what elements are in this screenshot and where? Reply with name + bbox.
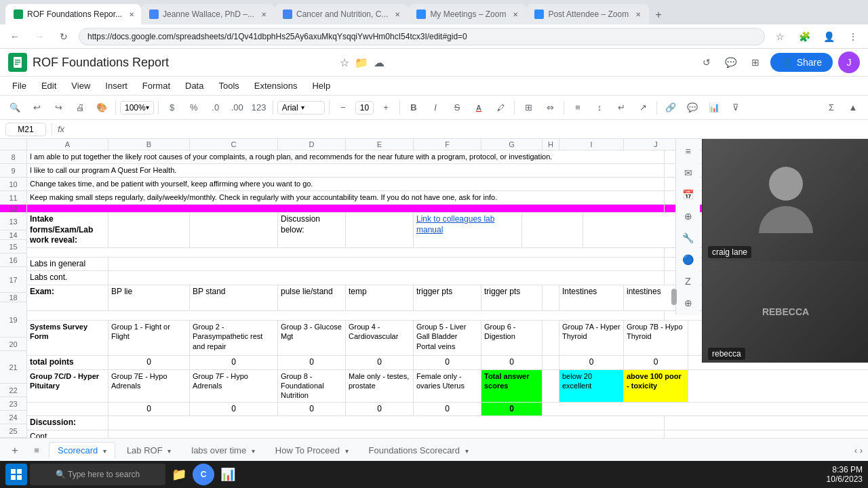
cell-F17[interactable]: trigger pts — [414, 285, 481, 310]
cell-G21[interactable]: Total answer scores — [481, 370, 542, 402]
taskbar-sheets-app[interactable]: 📊 — [217, 464, 239, 485]
cell-H17[interactable] — [542, 285, 559, 310]
col-header-D[interactable]: D — [278, 139, 346, 150]
col-header-C[interactable]: C — [190, 139, 278, 150]
cell-A21[interactable]: Group 7C/D - Hyper Pituitary — [27, 370, 108, 402]
tab-sheets[interactable]: ROF Foundations Repor... ✕ — [5, 4, 141, 24]
cell-A8[interactable]: I am able to put together the likely roo… — [27, 150, 665, 163]
cell-E20[interactable]: 0 — [346, 356, 414, 369]
start-button[interactable] — [5, 464, 27, 485]
decimal-dec-btn[interactable]: .0 — [206, 98, 225, 117]
cell-D13[interactable]: Discussion below: — [278, 213, 346, 247]
function-btn[interactable]: Σ — [822, 98, 841, 117]
cell-E13[interactable] — [346, 213, 414, 247]
strikethrough-btn[interactable]: S — [448, 98, 467, 117]
cell-C21[interactable]: Group 7F - Hypo Adrenals — [190, 370, 278, 402]
highlight-btn[interactable]: 🖍 — [491, 98, 510, 117]
cell-I17[interactable]: Intestines — [559, 285, 624, 310]
share-button[interactable]: 👤 Share — [770, 53, 833, 72]
scrollbar-indicator[interactable] — [671, 289, 677, 305]
cell-I21[interactable]: below 20 excellent — [559, 370, 624, 402]
cell-E19[interactable]: Group 4 - Cardiovascular — [346, 321, 414, 355]
cell-D21[interactable]: Group 8 - Foundational Nutrition — [278, 370, 346, 402]
row-num-10[interactable]: 10 — [0, 178, 26, 191]
format-number-btn[interactable]: 123 — [250, 98, 269, 117]
rotate-btn[interactable]: ↗ — [633, 98, 652, 117]
menu-insert[interactable]: Insert — [98, 78, 134, 94]
cell-D22[interactable]: 0 — [278, 403, 346, 416]
cell-J20[interactable]: 0 — [624, 356, 688, 369]
menu-edit[interactable]: Edit — [35, 78, 63, 94]
sheet-list-button[interactable]: ≡ — [27, 441, 46, 460]
side-icon-7[interactable]: Z — [679, 272, 698, 291]
cell-E17[interactable]: temp — [346, 285, 414, 310]
row-num-18[interactable]: 18 — [0, 293, 26, 302]
text-color-btn[interactable]: A — [469, 98, 488, 117]
cell-B15[interactable] — [108, 258, 665, 271]
cell-F19[interactable]: Group 5 - Liver Gall Bladder Portal vein… — [414, 321, 481, 355]
cell-E21[interactable]: Male only - testes, prostate — [346, 370, 414, 402]
extensions-button[interactable]: 🧩 — [795, 27, 814, 46]
cell-F20[interactable]: 0 — [414, 356, 481, 369]
sheet-tab-labsovertime[interactable]: labs over time ▾ — [182, 442, 264, 459]
redo-btn[interactable]: ↪ — [49, 98, 68, 117]
cell-B20[interactable]: 0 — [108, 356, 190, 369]
cell-F13[interactable]: Link to colleagues lab manual — [414, 213, 522, 247]
side-icon-1[interactable]: ≡ — [679, 142, 698, 161]
cell-A23[interactable]: Discussion: — [27, 416, 108, 430]
zoom-selector[interactable]: 100% ▾ — [120, 101, 154, 115]
menu-format[interactable]: Format — [136, 78, 177, 94]
sheet-scroll-left[interactable]: ‹ — [854, 446, 857, 455]
side-icon-5[interactable]: 🔧 — [679, 228, 698, 247]
side-icon-4[interactable]: ⊕ — [679, 207, 698, 226]
decimal-inc-btn[interactable]: .00 — [228, 98, 247, 117]
font-selector[interactable]: Arial ▾ — [277, 101, 325, 115]
cell-J19[interactable]: Group 7B - Hypo Thyroid — [624, 321, 688, 355]
tab-zoom1[interactable]: My Meetings – Zoom ✕ — [408, 4, 526, 24]
cell-B13[interactable] — [108, 213, 190, 247]
taskbar-file-manager[interactable]: 📁 — [168, 464, 190, 485]
cell-I19[interactable]: Group 7A - Hyper Thyroid — [559, 321, 624, 355]
cell-reference[interactable]: M21 — [5, 123, 46, 136]
row-num-19[interactable]: 19 — [0, 302, 26, 338]
menu-file[interactable]: File — [5, 78, 33, 94]
cell-J21[interactable]: above 100 poor - toxicity — [624, 370, 688, 402]
cell-B17[interactable]: BP lie — [108, 285, 190, 310]
tab-zoom2[interactable]: Post Attendee – Zoom ✕ — [526, 4, 649, 24]
folder-icon[interactable]: 📁 — [355, 56, 368, 69]
row-num-20[interactable]: 20 — [0, 338, 26, 351]
cell-A13[interactable]: Intake forms/Exam/Lab work reveal: — [27, 213, 108, 247]
sheet-tab-foundations[interactable]: Foundations Scorecard ▾ — [360, 442, 477, 459]
row-num-16[interactable]: 16 — [0, 253, 26, 267]
percent-btn[interactable]: % — [184, 98, 203, 117]
cell-B21[interactable]: Group 7E - Hypo Adrenals — [108, 370, 190, 402]
cell-E22[interactable]: 0 — [346, 403, 414, 416]
row-num-24[interactable]: 24 — [0, 411, 26, 424]
menu-data[interactable]: Data — [178, 78, 210, 94]
cell-B23[interactable] — [108, 416, 665, 430]
font-size-input[interactable]: 10 — [355, 101, 374, 115]
cell-G13[interactable] — [522, 213, 583, 247]
cell-B16[interactable] — [108, 271, 665, 285]
gridview-button[interactable]: ⊞ — [746, 53, 765, 72]
col-header-I[interactable]: I — [559, 139, 624, 150]
row-num-13[interactable]: 13 — [0, 213, 26, 230]
cell-H20[interactable] — [542, 356, 559, 369]
taskbar-search[interactable]: 🔍 Type here to search — [30, 464, 165, 485]
cell-C13[interactable] — [190, 213, 278, 247]
cell-A10[interactable]: Change takes time, and be patient with y… — [27, 178, 665, 190]
currency-btn[interactable]: $ — [163, 98, 182, 117]
col-header-B[interactable]: B — [108, 139, 190, 150]
cell-A9[interactable]: I like to call our program A Quest For H… — [27, 164, 665, 177]
cell-A11[interactable]: Keep making small steps regularly, daily… — [27, 191, 665, 204]
row-num-8[interactable]: 8 — [0, 150, 26, 164]
cell-G19[interactable]: Group 6 - Digestion — [481, 321, 542, 355]
user-avatar[interactable]: J — [838, 52, 860, 73]
wrap-btn[interactable]: ↵ — [612, 98, 631, 117]
reload-button[interactable]: ↻ — [54, 27, 73, 46]
menu-extensions[interactable]: Extensions — [248, 78, 304, 94]
merge-btn[interactable]: ⇔ — [540, 98, 559, 117]
new-tab-button[interactable]: + — [649, 5, 668, 24]
italic-btn[interactable]: I — [426, 98, 445, 117]
sheet-tab-labrof[interactable]: Lab ROF ▾ — [118, 442, 180, 459]
